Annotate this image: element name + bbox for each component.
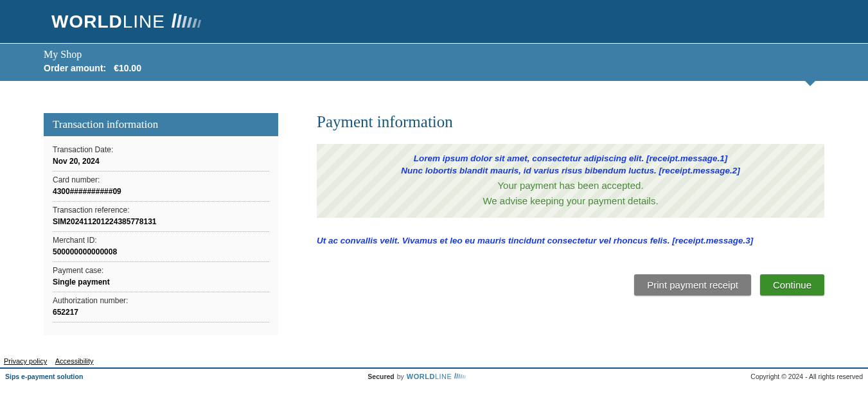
field-transaction-date: Transaction Date: Nov 20, 2024	[53, 141, 269, 172]
order-amount-label: Order amount:	[44, 63, 106, 73]
footer-bar: Sips e-payment solution Secured by WORLD…	[0, 367, 868, 384]
privacy-policy-link[interactable]: Privacy policy	[4, 357, 47, 365]
transaction-sidebar: Transaction information Transaction Date…	[44, 113, 278, 335]
button-row: Print payment receipt Continue	[317, 274, 824, 296]
secured-label: Secured	[368, 373, 394, 380]
footer-secured-by: Secured by WORLDLINE	[368, 373, 466, 380]
worldline-wave-icon-small	[454, 373, 466, 380]
field-payment-case: Payment case: Single payment	[53, 262, 269, 292]
payment-accepted-text: Your payment has been accepted.	[330, 179, 811, 193]
field-value: Single payment	[53, 278, 269, 287]
field-label: Payment case:	[53, 266, 269, 275]
receipt-message-2: Nunc lobortis blandit mauris, id varius …	[330, 165, 811, 177]
print-receipt-button[interactable]: Print payment receipt	[634, 274, 751, 296]
field-card-number: Card number: 4300##########09	[53, 172, 269, 202]
logo-bold: WORLD	[51, 12, 123, 31]
field-merchant-id: Merchant ID: 500000000000008	[53, 232, 269, 262]
receipt-message-3: Ut ac convallis velit. Vivamus et leo eu…	[317, 236, 824, 245]
field-authorization-number: Authorization number: 652217	[53, 292, 269, 322]
worldline-wave-icon	[172, 13, 201, 30]
shop-name: My Shop	[44, 49, 824, 60]
footer-solution-text: Sips e-payment solution	[5, 373, 83, 380]
page-title: Payment information	[317, 113, 824, 131]
payment-advise-text: We advise keeping your payment details.	[330, 194, 811, 209]
by-label: by	[397, 373, 404, 380]
subheader: My Shop Order amount: €10.00	[0, 44, 868, 81]
worldline-logo: WORLDLINE	[51, 12, 201, 32]
header: WORLDLINE	[0, 0, 868, 44]
footer-links: Privacy policy Accessibility	[0, 355, 868, 367]
field-label: Card number:	[53, 175, 269, 184]
logo-thin: LINE	[123, 12, 165, 31]
footer-worldline-logo: WORLDLINE	[407, 373, 452, 380]
field-label: Merchant ID:	[53, 236, 269, 245]
field-label: Transaction Date:	[53, 145, 269, 154]
field-value: 500000000000008	[53, 247, 269, 256]
receipt-message-1: Lorem ipsum dolor sit amet, consectetur …	[330, 153, 811, 165]
order-amount-value: €10.00	[114, 63, 141, 73]
copyright-text: Copyright © 2024 - All rights reserved	[750, 373, 863, 380]
field-label: Authorization number:	[53, 296, 269, 305]
notch-icon	[805, 81, 815, 86]
transaction-panel-body: Transaction Date: Nov 20, 2024 Card numb…	[44, 136, 278, 335]
field-value: 652217	[53, 308, 269, 317]
main-content: Payment information Lorem ipsum dolor si…	[317, 113, 824, 335]
order-row: Order amount: €10.00	[44, 63, 824, 73]
transaction-panel-title: Transaction information	[44, 113, 278, 136]
field-transaction-reference: Transaction reference: SIM20241120122438…	[53, 202, 269, 232]
field-label: Transaction reference:	[53, 206, 269, 215]
continue-button[interactable]: Continue	[760, 274, 824, 296]
field-value: Nov 20, 2024	[53, 157, 269, 166]
accessibility-link[interactable]: Accessibility	[55, 357, 94, 365]
field-value: 4300##########09	[53, 187, 269, 196]
receipt-message-box: Lorem ipsum dolor sit amet, consectetur …	[317, 144, 824, 218]
field-value: SIM202411201224385778131	[53, 217, 269, 226]
